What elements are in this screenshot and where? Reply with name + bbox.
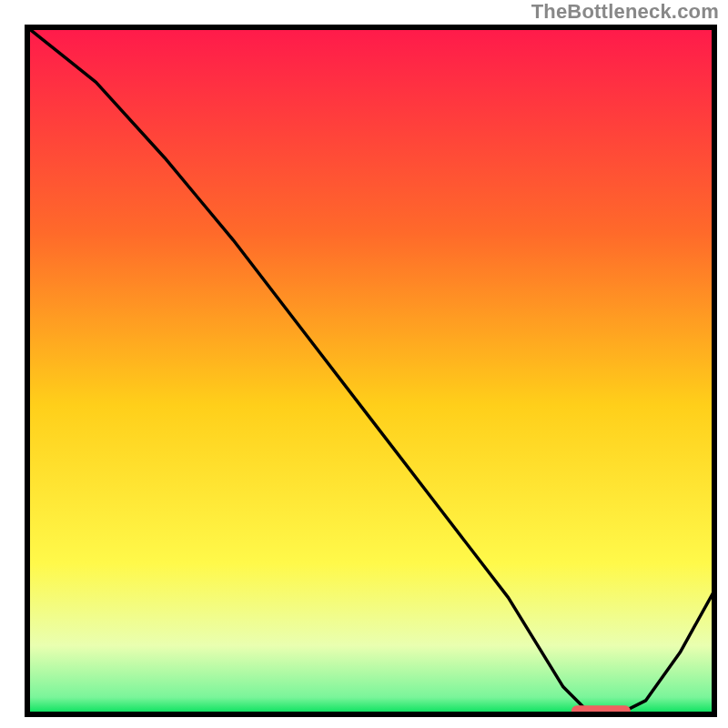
plot-area [27,27,714,714]
gradient-background [27,27,714,714]
chart-container: TheBottleneck.com [0,0,728,728]
bottleneck-chart [0,0,728,728]
